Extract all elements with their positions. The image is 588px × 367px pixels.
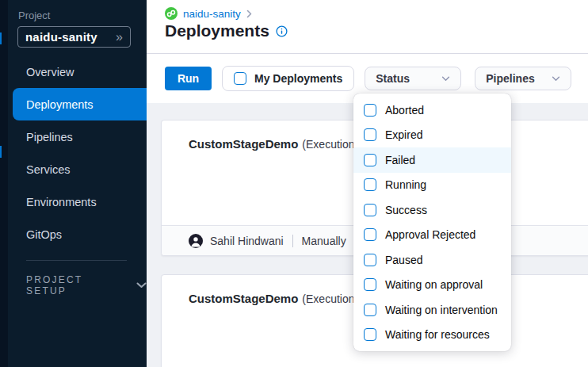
pipelines-filter-dropdown[interactable]: Pipelines [475,67,571,90]
menu-item-label: Waiting on intervention [385,304,498,316]
menu-item-approval-rejected[interactable]: Approval Rejected [353,223,511,248]
project-name: naidu-sanity [25,30,116,44]
info-icon[interactable] [276,25,288,37]
menu-checkbox[interactable] [364,204,376,216]
menu-item-label: Approval Rejected [385,228,475,241]
pipelines-filter-label: Pipelines [486,72,534,85]
project-label: Project [18,10,50,21]
expand-double-chevron-icon[interactable]: » [116,31,123,44]
sidebar-divider [26,260,127,261]
page-header: naidu-sanity Deployments [147,0,588,54]
menu-item-failed[interactable]: Failed [353,147,511,173]
title-row: Deployments [165,21,588,40]
menu-checkbox[interactable] [364,154,376,166]
sidebar-item-gitops[interactable]: GitOps [0,218,147,250]
sidebar-nav: Overview Deployments Pipelines Services … [0,55,147,296]
menu-item-label: Paused [385,254,422,266]
menu-checkbox[interactable] [364,228,376,241]
avatar [189,234,203,248]
sidebar-item-pipelines[interactable]: Pipelines [0,120,147,153]
menu-item-waiting-for-resources[interactable]: Waiting for resources [353,323,511,348]
sidebar-item-label: Pipelines [26,131,73,143]
my-deployments-filter[interactable]: My Deployments [222,66,354,91]
my-deployments-label: My Deployments [254,72,342,85]
pipeline-name[interactable]: CustomStageDemo [189,292,298,305]
chevron-down-icon [441,76,450,82]
breadcrumb-project-link[interactable]: naidu-sanity [183,8,241,20]
project-sidebar: Project naidu-sanity » Overview Deployme… [0,0,147,367]
menu-checkbox[interactable] [364,178,376,191]
menu-item-label: Aborted [385,104,424,117]
chevron-right-icon [246,10,252,18]
menu-checkbox[interactable] [364,254,376,266]
menu-item-label: Expired [385,128,422,141]
menu-checkbox[interactable] [364,328,376,341]
my-deployments-checkbox[interactable] [234,72,246,85]
pipeline-name[interactable]: CustomStageDemo [189,137,298,151]
sidebar-item-label: GitOps [26,228,62,241]
menu-item-label: Success [385,204,427,216]
menu-item-label: Waiting for resources [385,328,490,341]
menu-item-waiting-on-approval[interactable]: Waiting on approval [353,273,511,298]
menu-checkbox[interactable] [364,304,376,316]
sidebar-item-label: Environments [26,196,97,208]
page-title: Deployments [165,21,269,40]
menu-item-waiting-on-intervention[interactable]: Waiting on intervention [353,297,511,323]
cd-module-icon [165,7,178,20]
menu-item-running[interactable]: Running [353,173,511,198]
sidebar-item-label: Services [26,163,71,176]
project-selector[interactable]: naidu-sanity » [17,26,131,48]
project-setup-label: PROJECT SETUP [26,274,116,296]
menu-item-success[interactable]: Success [353,197,511,223]
project-setup-section[interactable]: PROJECT SETUP [0,274,147,296]
menu-checkbox[interactable] [364,104,376,117]
chevron-down-icon [552,76,560,82]
module-indicator [0,32,2,44]
menu-item-label: Waiting on approval [385,278,483,291]
breadcrumb: naidu-sanity [165,7,588,20]
menu-item-aborted[interactable]: Aborted [353,97,511,123]
sidebar-item-environments[interactable]: Environments [0,185,147,218]
menu-item-label: Running [385,178,426,191]
sidebar-item-services[interactable]: Services [0,153,147,185]
menu-item-label: Failed [385,154,415,166]
sidebar-item-label: Deployments [26,98,94,111]
menu-item-expired[interactable]: Expired [353,123,511,148]
status-filter-dropdown[interactable]: Status [365,67,461,90]
menu-checkbox[interactable] [364,278,376,291]
status-filter-label: Status [376,72,410,85]
run-button[interactable]: Run [165,67,212,90]
main-area: naidu-sanity Deployments Run My Deployme… [147,0,588,367]
chevron-down-icon [136,282,147,289]
status-filter-menu: Aborted Expired Failed Running Success A… [353,94,511,351]
sidebar-item-overview[interactable]: Overview [0,55,147,88]
footer-separator [292,235,293,247]
triggered-by-user: Sahil Hindwani [210,235,284,247]
sidebar-item-label: Overview [26,66,74,78]
menu-item-paused[interactable]: Paused [353,247,511,273]
menu-checkbox[interactable] [364,128,376,141]
trigger-type: Manually [302,235,346,247]
sidebar-item-deployments[interactable]: Deployments [13,88,147,120]
